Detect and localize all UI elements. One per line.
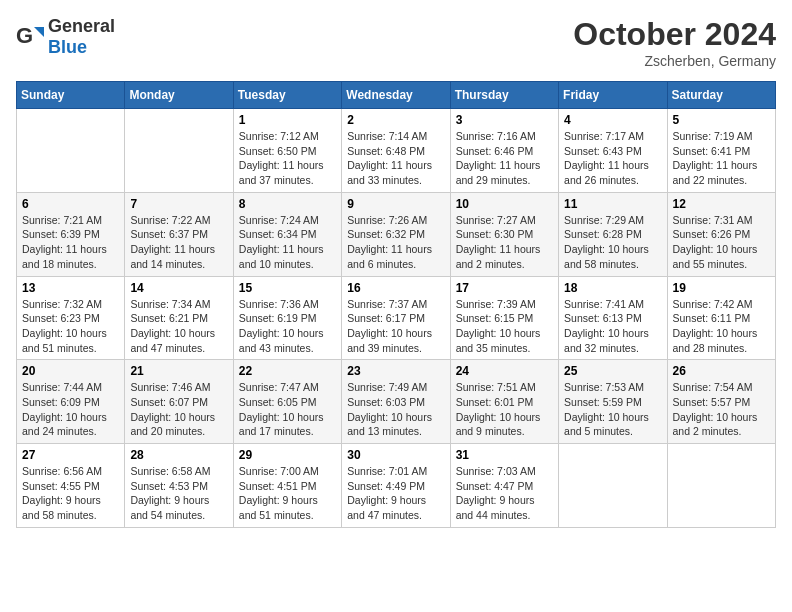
day-content: Sunrise: 7:03 AM Sunset: 4:47 PM Dayligh…: [456, 464, 553, 523]
day-number: 6: [22, 197, 119, 211]
calendar-cell: 20Sunrise: 7:44 AM Sunset: 6:09 PM Dayli…: [17, 360, 125, 444]
dow-header-thursday: Thursday: [450, 82, 558, 109]
day-number: 12: [673, 197, 770, 211]
day-content: Sunrise: 6:58 AM Sunset: 4:53 PM Dayligh…: [130, 464, 227, 523]
day-content: Sunrise: 7:47 AM Sunset: 6:05 PM Dayligh…: [239, 380, 336, 439]
calendar-cell: 12Sunrise: 7:31 AM Sunset: 6:26 PM Dayli…: [667, 192, 775, 276]
day-number: 21: [130, 364, 227, 378]
calendar-cell: 3Sunrise: 7:16 AM Sunset: 6:46 PM Daylig…: [450, 109, 558, 193]
logo-icon: G: [16, 23, 44, 51]
day-number: 27: [22, 448, 119, 462]
day-content: Sunrise: 7:21 AM Sunset: 6:39 PM Dayligh…: [22, 213, 119, 272]
day-content: Sunrise: 7:12 AM Sunset: 6:50 PM Dayligh…: [239, 129, 336, 188]
calendar-cell: 17Sunrise: 7:39 AM Sunset: 6:15 PM Dayli…: [450, 276, 558, 360]
calendar-cell: [559, 444, 667, 528]
logo: G General Blue: [16, 16, 115, 58]
calendar-cell: 27Sunrise: 6:56 AM Sunset: 4:55 PM Dayli…: [17, 444, 125, 528]
day-content: Sunrise: 7:46 AM Sunset: 6:07 PM Dayligh…: [130, 380, 227, 439]
calendar-cell: 1Sunrise: 7:12 AM Sunset: 6:50 PM Daylig…: [233, 109, 341, 193]
day-content: Sunrise: 7:34 AM Sunset: 6:21 PM Dayligh…: [130, 297, 227, 356]
day-content: Sunrise: 7:17 AM Sunset: 6:43 PM Dayligh…: [564, 129, 661, 188]
day-number: 8: [239, 197, 336, 211]
month-title: October 2024: [573, 16, 776, 53]
calendar-cell: [17, 109, 125, 193]
calendar-cell: 2Sunrise: 7:14 AM Sunset: 6:48 PM Daylig…: [342, 109, 450, 193]
day-number: 18: [564, 281, 661, 295]
dow-header-tuesday: Tuesday: [233, 82, 341, 109]
day-content: Sunrise: 7:51 AM Sunset: 6:01 PM Dayligh…: [456, 380, 553, 439]
day-content: Sunrise: 7:39 AM Sunset: 6:15 PM Dayligh…: [456, 297, 553, 356]
calendar-cell: 23Sunrise: 7:49 AM Sunset: 6:03 PM Dayli…: [342, 360, 450, 444]
logo-blue: Blue: [48, 37, 87, 57]
day-number: 5: [673, 113, 770, 127]
calendar-cell: 14Sunrise: 7:34 AM Sunset: 6:21 PM Dayli…: [125, 276, 233, 360]
calendar-cell: 5Sunrise: 7:19 AM Sunset: 6:41 PM Daylig…: [667, 109, 775, 193]
day-content: Sunrise: 7:29 AM Sunset: 6:28 PM Dayligh…: [564, 213, 661, 272]
day-number: 19: [673, 281, 770, 295]
calendar-cell: 13Sunrise: 7:32 AM Sunset: 6:23 PM Dayli…: [17, 276, 125, 360]
day-content: Sunrise: 7:31 AM Sunset: 6:26 PM Dayligh…: [673, 213, 770, 272]
day-number: 1: [239, 113, 336, 127]
day-content: Sunrise: 7:00 AM Sunset: 4:51 PM Dayligh…: [239, 464, 336, 523]
day-content: Sunrise: 7:19 AM Sunset: 6:41 PM Dayligh…: [673, 129, 770, 188]
day-number: 23: [347, 364, 444, 378]
calendar-cell: 7Sunrise: 7:22 AM Sunset: 6:37 PM Daylig…: [125, 192, 233, 276]
day-content: Sunrise: 7:24 AM Sunset: 6:34 PM Dayligh…: [239, 213, 336, 272]
day-number: 25: [564, 364, 661, 378]
calendar-cell: 30Sunrise: 7:01 AM Sunset: 4:49 PM Dayli…: [342, 444, 450, 528]
day-number: 29: [239, 448, 336, 462]
day-content: Sunrise: 7:37 AM Sunset: 6:17 PM Dayligh…: [347, 297, 444, 356]
page-header: G General Blue October 2024 Zscherben, G…: [16, 16, 776, 69]
calendar-cell: 26Sunrise: 7:54 AM Sunset: 5:57 PM Dayli…: [667, 360, 775, 444]
day-content: Sunrise: 7:32 AM Sunset: 6:23 PM Dayligh…: [22, 297, 119, 356]
svg-text:G: G: [16, 23, 33, 48]
day-content: Sunrise: 7:27 AM Sunset: 6:30 PM Dayligh…: [456, 213, 553, 272]
day-number: 13: [22, 281, 119, 295]
day-number: 30: [347, 448, 444, 462]
logo-general: General: [48, 16, 115, 36]
calendar-cell: 19Sunrise: 7:42 AM Sunset: 6:11 PM Dayli…: [667, 276, 775, 360]
day-number: 16: [347, 281, 444, 295]
calendar-cell: 11Sunrise: 7:29 AM Sunset: 6:28 PM Dayli…: [559, 192, 667, 276]
day-number: 9: [347, 197, 444, 211]
logo-text: General Blue: [48, 16, 115, 58]
title-block: October 2024 Zscherben, Germany: [573, 16, 776, 69]
calendar-cell: 31Sunrise: 7:03 AM Sunset: 4:47 PM Dayli…: [450, 444, 558, 528]
day-number: 15: [239, 281, 336, 295]
calendar-cell: 29Sunrise: 7:00 AM Sunset: 4:51 PM Dayli…: [233, 444, 341, 528]
day-number: 17: [456, 281, 553, 295]
dow-header-friday: Friday: [559, 82, 667, 109]
day-content: Sunrise: 7:49 AM Sunset: 6:03 PM Dayligh…: [347, 380, 444, 439]
svg-marker-1: [34, 27, 44, 37]
calendar-cell: [125, 109, 233, 193]
day-content: Sunrise: 7:01 AM Sunset: 4:49 PM Dayligh…: [347, 464, 444, 523]
calendar-cell: 28Sunrise: 6:58 AM Sunset: 4:53 PM Dayli…: [125, 444, 233, 528]
calendar-cell: 10Sunrise: 7:27 AM Sunset: 6:30 PM Dayli…: [450, 192, 558, 276]
day-number: 11: [564, 197, 661, 211]
day-content: Sunrise: 7:26 AM Sunset: 6:32 PM Dayligh…: [347, 213, 444, 272]
calendar-cell: 21Sunrise: 7:46 AM Sunset: 6:07 PM Dayli…: [125, 360, 233, 444]
calendar-cell: 16Sunrise: 7:37 AM Sunset: 6:17 PM Dayli…: [342, 276, 450, 360]
day-number: 3: [456, 113, 553, 127]
dow-header-sunday: Sunday: [17, 82, 125, 109]
dow-header-wednesday: Wednesday: [342, 82, 450, 109]
day-content: Sunrise: 7:14 AM Sunset: 6:48 PM Dayligh…: [347, 129, 444, 188]
day-number: 26: [673, 364, 770, 378]
day-content: Sunrise: 7:42 AM Sunset: 6:11 PM Dayligh…: [673, 297, 770, 356]
dow-header-monday: Monday: [125, 82, 233, 109]
day-number: 10: [456, 197, 553, 211]
calendar-cell: 15Sunrise: 7:36 AM Sunset: 6:19 PM Dayli…: [233, 276, 341, 360]
day-number: 31: [456, 448, 553, 462]
day-content: Sunrise: 7:22 AM Sunset: 6:37 PM Dayligh…: [130, 213, 227, 272]
day-content: Sunrise: 7:53 AM Sunset: 5:59 PM Dayligh…: [564, 380, 661, 439]
day-content: Sunrise: 7:54 AM Sunset: 5:57 PM Dayligh…: [673, 380, 770, 439]
day-content: Sunrise: 7:44 AM Sunset: 6:09 PM Dayligh…: [22, 380, 119, 439]
day-content: Sunrise: 7:16 AM Sunset: 6:46 PM Dayligh…: [456, 129, 553, 188]
calendar-cell: 24Sunrise: 7:51 AM Sunset: 6:01 PM Dayli…: [450, 360, 558, 444]
location: Zscherben, Germany: [573, 53, 776, 69]
day-number: 20: [22, 364, 119, 378]
calendar-cell: 4Sunrise: 7:17 AM Sunset: 6:43 PM Daylig…: [559, 109, 667, 193]
day-content: Sunrise: 6:56 AM Sunset: 4:55 PM Dayligh…: [22, 464, 119, 523]
day-number: 22: [239, 364, 336, 378]
calendar-cell: 6Sunrise: 7:21 AM Sunset: 6:39 PM Daylig…: [17, 192, 125, 276]
